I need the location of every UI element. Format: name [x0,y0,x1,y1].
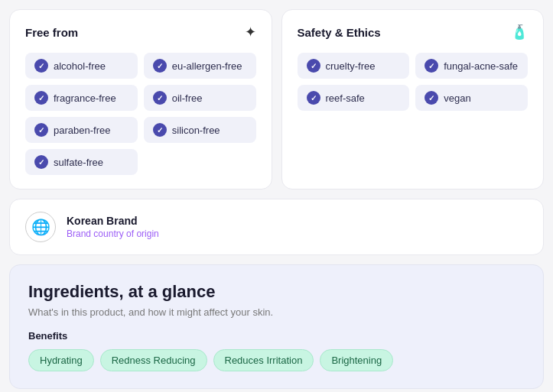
ingredients-title: Ingredients, at a glance [28,282,525,302]
free-from-tag: oil-free [144,85,256,111]
ingredients-subtitle: What's in this product, and how it might… [28,306,525,318]
tag-label: fungal-acne-safe [444,60,518,72]
tag-label: alcohol-free [54,60,106,72]
check-icon [425,91,438,105]
free-from-card: Free from ✦ alcohol-freeeu-allergen-free… [9,9,272,190]
free-from-tag: alcohol-free [25,53,138,79]
tag-label: oil-free [172,92,203,104]
free-from-tag: eu-allergen-free [144,53,256,79]
safety-ethics-header: Safety & Ethics 🧴 [298,24,529,40]
tag-label: silicon-free [172,125,220,136]
tag-label: eu-allergen-free [172,60,242,72]
benefits-tags: HydratingRedness ReducingReduces Irritat… [28,349,525,371]
brand-info: Korean Brand Brand country of origin [67,215,159,239]
check-icon [307,91,320,105]
safety-tag: reef-safe [298,85,410,111]
safety-ethics-title: Safety & Ethics [298,26,381,39]
safety-tag: cruelty-free [298,53,410,79]
free-from-title: Free from [25,26,78,39]
check-icon [34,155,48,169]
benefits-label: Benefits [28,330,525,342]
free-from-tags-grid: alcohol-freeeu-allergen-freefragrance-fr… [25,53,256,175]
brand-globe-icon: 🌐 [25,212,56,242]
benefit-tag: Redness Reducing [100,349,207,371]
benefit-tag: Brightening [320,349,393,371]
check-icon [153,91,167,105]
tag-label: paraben-free [54,125,110,136]
check-icon [307,59,320,73]
tag-label: reef-safe [326,92,365,104]
free-from-tag: fragrance-free [25,85,138,111]
check-icon [34,91,48,105]
brand-sub: Brand country of origin [67,228,159,239]
safety-tag: fungal-acne-safe [415,53,528,79]
check-icon [34,59,48,73]
tag-label: fragrance-free [54,92,116,104]
free-from-header: Free from ✦ [25,24,256,40]
check-icon [153,123,167,137]
benefit-tag: Reduces Irritation [213,349,314,371]
brand-name: Korean Brand [67,215,159,227]
tag-label: cruelty-free [326,60,376,72]
check-icon [153,59,167,73]
check-icon [425,59,438,73]
ingredients-card: Ingredients, at a glance What's in this … [9,264,544,389]
free-from-icon: ✦ [245,24,256,40]
free-from-tag: sulfate-free [25,149,138,175]
safety-ethics-card: Safety & Ethics 🧴 cruelty-freefungal-acn… [281,9,545,190]
check-icon [34,123,48,137]
tag-label: sulfate-free [54,157,103,168]
safety-tag: vegan [415,85,528,111]
benefit-tag: Hydrating [28,349,94,371]
free-from-tag: paraben-free [25,117,138,143]
tag-label: vegan [444,92,470,104]
safety-ethics-tags-grid: cruelty-freefungal-acne-safereef-safeveg… [298,53,529,111]
free-from-tag: silicon-free [144,117,256,143]
safety-ethics-icon: 🧴 [511,24,528,40]
brand-card: 🌐 Korean Brand Brand country of origin [9,199,544,255]
